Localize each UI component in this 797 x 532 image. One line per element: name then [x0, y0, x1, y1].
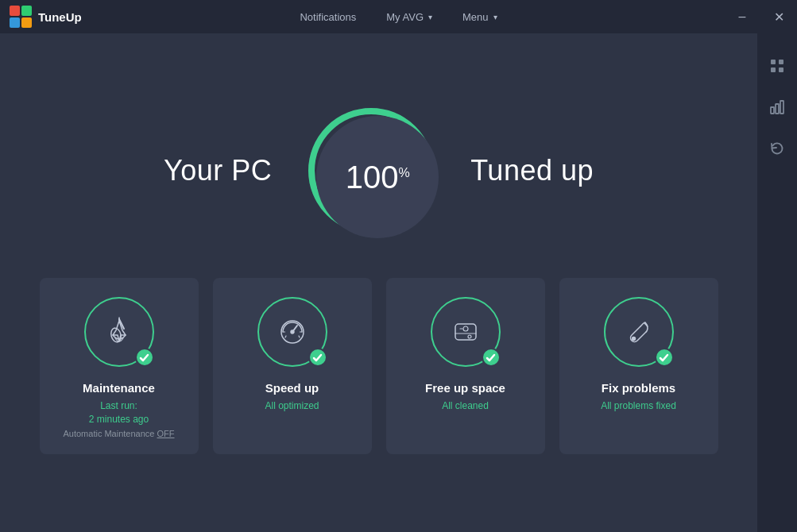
freespace-title: Free up space	[425, 381, 505, 395]
maintenance-card[interactable]: Maintenance Last run: 2 minutes ago Auto…	[40, 278, 199, 454]
my-avg-chevron-icon: ▾	[428, 13, 432, 21]
speedup-status: All optimized	[265, 399, 319, 413]
titlebar-left: TuneUp	[10, 6, 82, 28]
speedup-title: Speed up	[265, 381, 319, 395]
fixproblems-icon-ring	[604, 297, 674, 367]
svg-rect-2	[10, 17, 20, 28]
sidebar	[757, 33, 797, 532]
svg-point-21	[468, 335, 471, 338]
maintenance-extra: Automatic Maintenance OFF	[63, 429, 174, 438]
maintenance-title: Maintenance	[83, 381, 155, 395]
sidebar-refresh-button[interactable]	[760, 132, 794, 165]
freespace-icon	[448, 314, 483, 349]
freespace-check-badge	[482, 348, 501, 367]
main-content: Your PC 100% Tuned up	[0, 33, 757, 532]
freespace-card[interactable]: Free up space All cleaned	[386, 278, 545, 454]
svg-rect-4	[771, 60, 776, 64]
svg-rect-10	[780, 101, 783, 114]
my-avg-nav[interactable]: My AVG ▾	[383, 0, 435, 33]
svg-point-22	[463, 326, 468, 331]
window-controls: – ✕	[724, 0, 797, 33]
minimize-button[interactable]: –	[724, 0, 760, 33]
apps-icon	[769, 58, 785, 74]
maintenance-check-badge	[135, 348, 154, 367]
svg-rect-5	[779, 60, 783, 64]
svg-point-23	[632, 337, 635, 341]
freespace-status: All cleaned	[442, 399, 489, 413]
maintenance-icon	[102, 314, 137, 349]
menu-chevron-icon: ▾	[493, 13, 497, 21]
avg-logo-icon	[10, 6, 32, 28]
feature-cards: Maintenance Last run: 2 minutes ago Auto…	[32, 278, 725, 454]
fixproblems-title: Fix problems	[602, 381, 675, 395]
menu-nav[interactable]: Menu ▾	[459, 0, 501, 33]
maintenance-icon-ring	[84, 297, 154, 367]
freespace-icon-ring	[431, 297, 501, 367]
svg-rect-6	[771, 67, 776, 72]
hero-left-text: Your PC	[164, 154, 272, 187]
close-button[interactable]: ✕	[760, 0, 797, 33]
titlebar: TuneUp Notifications My AVG ▾ Menu ▾ – ✕	[0, 0, 797, 33]
titlebar-nav: Notifications My AVG ▾ Menu ▾	[296, 0, 500, 33]
app-title: TuneUp	[38, 10, 82, 24]
stats-icon	[769, 99, 785, 115]
refresh-icon	[769, 141, 785, 156]
speedup-icon-ring	[257, 297, 327, 367]
svg-rect-1	[21, 6, 32, 16]
maintenance-status: Last run: 2 minutes ago	[89, 399, 149, 426]
svg-rect-7	[779, 67, 783, 72]
fixproblems-status: All problems fixed	[601, 399, 676, 413]
notifications-nav[interactable]: Notifications	[296, 0, 359, 33]
auto-maintenance-toggle[interactable]: OFF	[157, 429, 175, 438]
percent-value: 100%	[346, 161, 410, 193]
hero-section: Your PC 100% Tuned up	[164, 103, 594, 238]
svg-rect-9	[776, 104, 779, 114]
sidebar-stats-button[interactable]	[760, 91, 794, 124]
svg-rect-3	[21, 17, 32, 28]
progress-circle: 100%	[304, 103, 439, 238]
svg-point-18	[291, 330, 294, 333]
sidebar-apps-button[interactable]	[760, 49, 794, 83]
svg-rect-8	[771, 107, 774, 114]
fixproblems-check-badge	[655, 348, 674, 367]
speedup-check-badge	[308, 348, 327, 367]
svg-rect-0	[10, 6, 20, 16]
circle-inner: 100%	[316, 116, 439, 238]
speedup-icon	[275, 314, 310, 349]
fixproblems-card[interactable]: Fix problems All problems fixed	[559, 278, 718, 454]
speedup-card[interactable]: Speed up All optimized	[213, 278, 372, 454]
hero-right-text: Tuned up	[470, 154, 594, 187]
fixproblems-icon	[621, 314, 656, 349]
